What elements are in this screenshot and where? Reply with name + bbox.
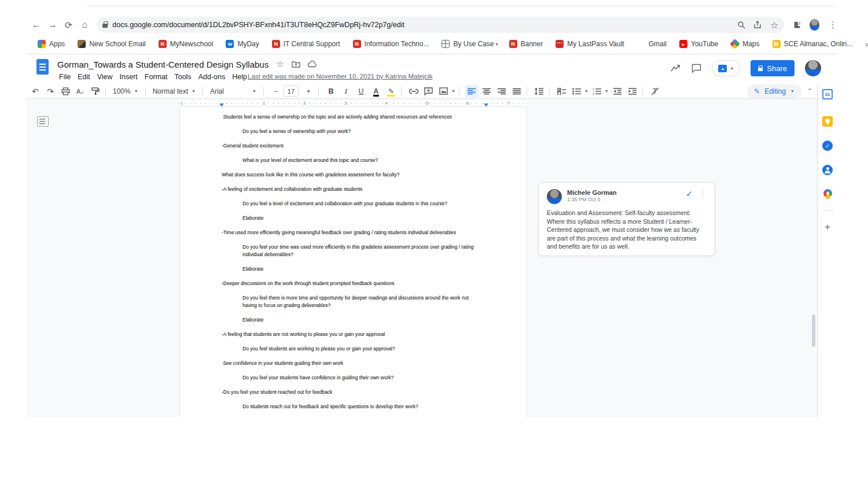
- document-line[interactable]: What does success look like in this cour…: [222, 171, 488, 179]
- home-button[interactable]: ⌂: [78, 17, 91, 32]
- document-title[interactable]: Gorman_Towards a Student-Centered Design…: [57, 60, 269, 69]
- google-calendar-icon[interactable]: 31: [822, 89, 833, 99]
- add-comment-button[interactable]: [422, 85, 435, 98]
- activity-dashboard-icon[interactable]: [671, 64, 681, 72]
- hide-menus-button[interactable]: ⌃: [807, 87, 812, 95]
- bookmark-item[interactable]: MyNewschool: [159, 40, 215, 48]
- bookmark-item[interactable]: SCE Almanac, Onlin...: [773, 40, 855, 48]
- highlight-color-button[interactable]: ✎: [388, 87, 394, 95]
- spelling-check-button[interactable]: A✓: [74, 85, 87, 98]
- font-size-input[interactable]: 17: [284, 86, 299, 97]
- bookmarks-overflow-chevron[interactable]: »: [865, 40, 868, 49]
- bookmark-item[interactable]: YouTube: [679, 40, 720, 48]
- get-add-ons-icon[interactable]: +: [825, 221, 830, 233]
- text-color-button[interactable]: A: [374, 87, 379, 95]
- redo-button[interactable]: ↷: [44, 85, 57, 98]
- bookmark-item[interactable]: Banner: [509, 40, 545, 48]
- justify-button[interactable]: [510, 85, 523, 98]
- last-edit-link[interactable]: Last edit was made on November 10, 2021 …: [248, 73, 433, 80]
- document-line[interactable]: Do you feel your students have confidenc…: [242, 374, 483, 382]
- zoom-icon[interactable]: [737, 21, 745, 29]
- undo-button[interactable]: ↶: [29, 85, 42, 98]
- document-line[interactable]: Elaborate: [242, 215, 483, 222]
- google-maps-icon[interactable]: [821, 187, 833, 199]
- document-line[interactable]: Do you feel a level of excitement and co…: [242, 200, 483, 208]
- menu-item[interactable]: Format: [141, 72, 171, 82]
- present-button[interactable]: ▲ ▼: [712, 60, 740, 76]
- menu-item[interactable]: Tools: [171, 72, 194, 82]
- increase-font-size-button[interactable]: +: [302, 85, 315, 98]
- insert-image-button[interactable]: [437, 85, 450, 98]
- menu-item[interactable]: Add-ons: [195, 72, 229, 82]
- bookmark-item[interactable]: My LastPass Vault: [556, 40, 626, 48]
- bookmark-item[interactable]: Information Techno...: [353, 40, 431, 48]
- bookmark-item[interactable]: Maps: [731, 40, 761, 48]
- bookmark-star-icon[interactable]: ☆: [770, 20, 778, 31]
- decrease-font-size-button[interactable]: −: [270, 85, 282, 98]
- print-button[interactable]: [59, 85, 72, 98]
- bookmark-item[interactable]: Apps: [38, 40, 67, 48]
- align-right-button[interactable]: [495, 85, 508, 98]
- document-line[interactable]: -Deeper discussions on the work through …: [222, 280, 488, 287]
- google-tasks-icon[interactable]: ✓: [822, 141, 833, 151]
- document-line[interactable]: -Time used more efficiently giving meani…: [222, 229, 488, 236]
- document-line[interactable]: -Do you feel your student reached out fo…: [222, 389, 488, 396]
- document-line[interactable]: What is your level of excitement around …: [242, 157, 483, 164]
- numbered-list-button[interactable]: 12: [591, 85, 604, 98]
- star-document-icon[interactable]: ☆: [276, 59, 284, 69]
- google-keep-icon[interactable]: [822, 116, 833, 127]
- paint-format-button[interactable]: [89, 85, 102, 98]
- document-line[interactable]: Elaborate: [242, 316, 483, 324]
- document-line[interactable]: Elaborate: [242, 265, 483, 273]
- account-avatar[interactable]: [805, 60, 821, 76]
- increase-indent-button[interactable]: [626, 85, 639, 98]
- share-page-icon[interactable]: [753, 21, 762, 29]
- extensions-puzzle-icon[interactable]: [792, 20, 801, 29]
- align-left-button[interactable]: [465, 85, 478, 98]
- menu-item[interactable]: Edit: [74, 72, 94, 82]
- bulleted-list-button[interactable]: [571, 85, 583, 98]
- document-page[interactable]: Students feel a sense of ownership on th…: [179, 106, 527, 417]
- secure-lock-icon[interactable]: [102, 24, 108, 28]
- browser-profile-avatar[interactable]: [810, 19, 819, 31]
- decrease-indent-button[interactable]: [611, 85, 624, 98]
- bookmark-item[interactable]: IT Central Support: [272, 40, 342, 48]
- comment-more-options-icon[interactable]: ⋮: [700, 189, 707, 197]
- document-line[interactable]: -A feeling of excitement and collaborati…: [222, 186, 488, 193]
- document-line[interactable]: -General student excitement: [222, 142, 488, 150]
- line-spacing-button[interactable]: [533, 85, 546, 98]
- menu-item[interactable]: View: [94, 72, 116, 82]
- address-bar[interactable]: docs.google.com/document/d/1DL2bvPSHY-BF…: [97, 17, 784, 33]
- paragraph-style-select[interactable]: Normal text▼: [149, 85, 199, 98]
- document-line[interactable]: Do you feel your time was used more effi…: [242, 243, 483, 258]
- document-line[interactable]: Do you feel a sense of ownership with yo…: [242, 128, 483, 135]
- checklist-button[interactable]: [556, 85, 568, 98]
- bookmark-item[interactable]: Gmail: [637, 40, 668, 48]
- browser-menu-icon[interactable]: ⋮: [829, 20, 837, 30]
- reload-button[interactable]: ⟳: [62, 17, 75, 32]
- italic-button[interactable]: I: [340, 85, 352, 98]
- google-contacts-icon[interactable]: [822, 165, 833, 175]
- menu-item[interactable]: Insert: [116, 72, 141, 82]
- document-line[interactable]: See confidence in your students guiding …: [222, 360, 488, 367]
- document-line[interactable]: Do you feel students are working to plea…: [242, 345, 483, 353]
- menu-item[interactable]: File: [56, 72, 74, 82]
- document-line[interactable]: -A feeling that students are not working…: [222, 331, 488, 338]
- underline-button[interactable]: U: [355, 85, 367, 98]
- document-status-cloud-icon[interactable]: [308, 61, 317, 68]
- forward-button[interactable]: →: [46, 17, 59, 32]
- url-text[interactable]: docs.google.com/document/d/1DL2bvPSHY-BF…: [112, 21, 729, 29]
- bookmark-item[interactable]: By Use Case ▾: [442, 40, 498, 48]
- font-select[interactable]: Arial▼: [207, 85, 260, 98]
- document-line[interactable]: Do students reach out for feedback and s…: [242, 403, 483, 411]
- google-docs-icon[interactable]: [36, 59, 49, 75]
- comment-card[interactable]: Michele Gorman 1:35 PM Oct 5 ✓ ⋮ Evaluat…: [538, 182, 715, 256]
- editing-mode-select[interactable]: ✎ Editing ▼: [747, 84, 801, 98]
- bookmark-item[interactable]: MyDay: [226, 40, 260, 48]
- align-center-button[interactable]: [480, 85, 493, 98]
- document-line[interactable]: Students feel a sense of ownership on th…: [222, 113, 488, 121]
- vertical-scrollbar-thumb[interactable]: [812, 315, 815, 347]
- share-button[interactable]: Share: [751, 60, 795, 76]
- bookmark-item[interactable]: New School Email: [78, 40, 147, 48]
- clear-formatting-button[interactable]: T: [649, 85, 661, 98]
